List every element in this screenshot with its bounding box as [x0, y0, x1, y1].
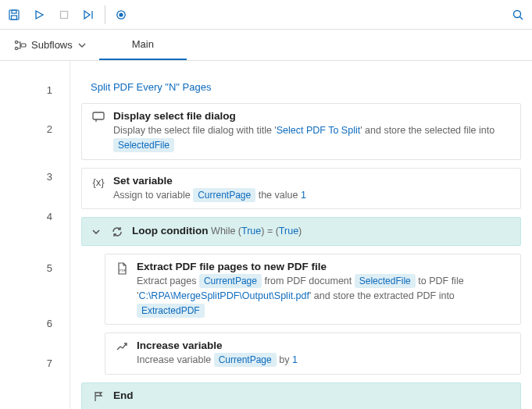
action-extract-pdf[interactable]: PDF Extract PDF file pages to new PDF fi… [105, 254, 521, 325]
search-icon [512, 9, 524, 21]
line-number: 6 [0, 301, 70, 345]
stop-icon [59, 10, 69, 20]
region-title: Split PDF Every "N" Pages [91, 81, 211, 93]
pdf-icon: PDF [116, 262, 128, 275]
chevron-down-icon [91, 227, 101, 237]
variable-chip: SelectedFile [355, 274, 416, 288]
tab-strip: Subflows Main [0, 30, 532, 61]
flow-content: Split PDF Every "N" Pages Display select… [70, 61, 532, 409]
action-title: Extract PDF file pages to new PDF file [137, 261, 511, 272]
svg-rect-13 [21, 44, 26, 47]
svg-text:PDF: PDF [120, 269, 127, 272]
save-icon [8, 9, 20, 21]
action-desc: Increase variable CurrentPage by 1 [137, 353, 511, 368]
line-number: 2 [0, 103, 70, 155]
svg-marker-5 [84, 11, 90, 19]
search-button[interactable] [505, 2, 530, 27]
subflows-icon [14, 40, 27, 51]
subflows-dropdown[interactable]: Subflows [8, 30, 93, 60]
svg-point-11 [15, 41, 17, 43]
line-number: 3 [0, 155, 70, 198]
flow-editor: 1 2 3 4 5 6 7 Split PDF Every "N" Pages … [0, 61, 532, 409]
svg-rect-4 [61, 11, 68, 18]
flag-icon [93, 391, 104, 402]
subflows-label: Subflows [31, 39, 73, 51]
action-title: Increase variable [137, 340, 511, 351]
top-toolbar [0, 0, 532, 30]
record-button[interactable] [109, 2, 134, 27]
action-display-file-dialog[interactable]: Display select file dialog Display the s… [81, 103, 521, 160]
action-desc: Extract pages CurrentPage from PDF docum… [137, 274, 511, 318]
svg-rect-2 [12, 16, 17, 20]
stop-button[interactable] [52, 2, 77, 27]
svg-point-12 [15, 47, 17, 49]
line-number: 1 [0, 76, 70, 103]
svg-rect-14 [93, 112, 104, 119]
chevron-down-icon [77, 41, 87, 50]
variable-chip: ExtractedPDF [137, 304, 205, 318]
svg-rect-0 [9, 10, 19, 20]
svg-marker-3 [36, 11, 43, 19]
run-button[interactable] [27, 2, 52, 27]
action-title: Display select file dialog [113, 110, 511, 122]
variable-chip: CurrentPage [199, 274, 262, 288]
loop-body: PDF Extract PDF file pages to new PDF fi… [105, 254, 521, 375]
toolbar-separator [105, 5, 105, 24]
dialog-icon [92, 112, 105, 123]
action-loop-condition[interactable]: Loop condition While (True) = (True) [81, 217, 521, 246]
action-end[interactable]: End [81, 382, 521, 409]
action-desc: Display the select file dialog with titl… [113, 123, 511, 153]
action-desc: While (True) = (True) [211, 226, 302, 237]
line-number: 7 [0, 345, 70, 381]
variable-chip: SelectedFile [113, 138, 174, 152]
line-number: 5 [0, 234, 70, 301]
save-button[interactable] [2, 2, 27, 27]
action-increase-variable[interactable]: Increase variable Increase variable Curr… [105, 333, 521, 375]
action-set-variable[interactable]: {x} Set variable Assign to variable Curr… [81, 168, 521, 210]
svg-rect-1 [12, 10, 16, 13]
action-title: Loop condition [132, 225, 208, 237]
svg-point-8 [119, 12, 123, 16]
loop-icon [111, 226, 123, 238]
action-desc: Assign to variable CurrentPage the value… [113, 188, 511, 203]
increase-icon [116, 341, 128, 352]
step-icon [83, 9, 95, 20]
svg-line-10 [520, 16, 523, 20]
tab-main[interactable]: Main [99, 30, 187, 60]
record-icon [116, 9, 127, 20]
action-title: Set variable [113, 175, 511, 187]
variable-icon: {x} [92, 176, 104, 188]
variable-chip: CurrentPage [193, 188, 255, 202]
step-button[interactable] [77, 2, 102, 27]
tab-main-label: Main [132, 38, 154, 50]
region-header[interactable]: Split PDF Every "N" Pages [81, 76, 521, 98]
action-title: End [113, 389, 511, 401]
svg-point-9 [514, 10, 521, 17]
line-number: 4 [0, 198, 70, 234]
line-gutter: 1 2 3 4 5 6 7 [0, 61, 70, 409]
play-icon [34, 9, 45, 20]
variable-chip: CurrentPage [214, 353, 277, 367]
